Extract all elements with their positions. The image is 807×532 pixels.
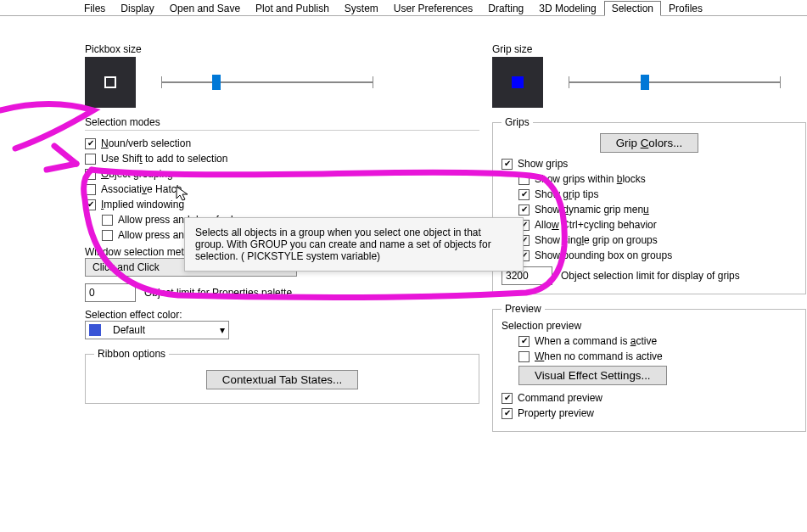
preview-group: Preview Selection preview When a command… bbox=[492, 303, 806, 432]
chk-grip-tips[interactable] bbox=[518, 189, 530, 200]
lbl-cmd-active: When a command is active bbox=[535, 335, 657, 347]
sel-color-value: Default bbox=[113, 324, 145, 336]
tab-profiles[interactable]: Profiles bbox=[661, 1, 710, 16]
obj-limit-input[interactable] bbox=[85, 283, 136, 302]
grip-size-slider[interactable] bbox=[569, 73, 781, 92]
chk-grips-blocks[interactable] bbox=[518, 174, 530, 185]
grips-group: Grips Grip Colors... Show grips Show gri… bbox=[492, 116, 806, 294]
lbl-cmd-preview: Command preview bbox=[518, 392, 602, 404]
lbl-grips-blocks: Show grips within blocks bbox=[535, 173, 646, 185]
lbl-ctrl-cycle: Allow Ctrl+cycling behavior bbox=[535, 219, 657, 231]
tab-plot-publish[interactable]: Plot and Publish bbox=[248, 1, 337, 16]
tab-drafting[interactable]: Drafting bbox=[480, 1, 531, 16]
pickbox-size-label: Pickbox size bbox=[85, 43, 479, 55]
lbl-implied-window: Implied windowing bbox=[101, 199, 184, 210]
lbl-bbox-groups: Show bounding box on groups bbox=[535, 249, 672, 261]
tab-open-save[interactable]: Open and Save bbox=[162, 1, 248, 16]
chk-noun-verb[interactable] bbox=[85, 138, 96, 149]
selection-modes-label: Selection modes bbox=[85, 116, 479, 128]
lbl-noun-verb: Noun/verb selection bbox=[101, 137, 191, 149]
lbl-object-grouping: Object grouping bbox=[101, 168, 173, 180]
grips-label: Grips bbox=[502, 116, 533, 128]
contextual-tab-states-button[interactable]: Contextual Tab States... bbox=[206, 370, 358, 389]
lbl-show-grips: Show grips bbox=[518, 158, 568, 170]
chk-prop-preview[interactable] bbox=[502, 408, 513, 419]
grip-colors-button[interactable]: Grip Colors... bbox=[600, 133, 699, 153]
tooltip-text: Selects all objects in a group when you … bbox=[195, 227, 491, 262]
chk-assoc-hatch[interactable] bbox=[85, 184, 96, 195]
lbl-dyn-menu: Show dynamic grip menu bbox=[535, 204, 649, 216]
grip-limit-label: Object selection limit for display of gr… bbox=[561, 270, 740, 282]
lbl-grip-tips: Show grip tips bbox=[535, 188, 598, 200]
chk-show-grips[interactable] bbox=[502, 159, 513, 170]
obj-limit-label: Object limit for Properties palette bbox=[144, 287, 292, 299]
tab-files[interactable]: Files bbox=[76, 1, 113, 16]
tooltip-object-grouping: Selects all objects in a group when you … bbox=[184, 217, 524, 272]
lbl-prop-preview: Property preview bbox=[518, 407, 594, 419]
tab-system[interactable]: System bbox=[337, 1, 386, 16]
tab-display[interactable]: Display bbox=[113, 1, 161, 16]
sel-preview-label: Selection preview bbox=[502, 320, 797, 332]
pickbox-size-slider[interactable] bbox=[161, 73, 373, 92]
preview-label: Preview bbox=[502, 303, 545, 315]
chk-implied-window[interactable] bbox=[85, 199, 96, 210]
sel-color-label: Selection effect color: bbox=[85, 309, 479, 321]
chk-cmd-active[interactable] bbox=[518, 336, 530, 347]
chk-shift-add[interactable] bbox=[85, 154, 96, 165]
lbl-shift-add: Use Shift to add to selection bbox=[101, 153, 227, 165]
tab-selection[interactable]: Selection bbox=[604, 1, 661, 16]
ribbon-options-group: Ribbon options Contextual Tab States... bbox=[85, 348, 479, 404]
chk-object-grouping[interactable] bbox=[85, 169, 96, 180]
visual-effect-settings-button[interactable]: Visual Effect Settings... bbox=[518, 366, 667, 385]
chk-dyn-menu[interactable] bbox=[518, 204, 530, 216]
lbl-no-cmd: When no command is active bbox=[535, 350, 663, 362]
tab-3d-modeling[interactable]: 3D Modeling bbox=[531, 1, 603, 16]
pickbox-preview bbox=[85, 57, 136, 108]
chevron-down-icon: ▾ bbox=[220, 324, 225, 336]
tab-user-prefs[interactable]: User Preferences bbox=[386, 1, 480, 16]
lbl-assoc-hatch: Associative Hatch bbox=[101, 183, 182, 195]
grip-preview bbox=[492, 57, 543, 108]
chk-allow-press2[interactable] bbox=[102, 230, 113, 241]
sel-color-select[interactable]: Default ▾ bbox=[85, 321, 229, 339]
grip-size-label: Grip size bbox=[492, 43, 806, 55]
color-swatch-icon bbox=[89, 324, 101, 336]
chk-no-cmd[interactable] bbox=[518, 351, 530, 362]
chk-cmd-preview[interactable] bbox=[502, 393, 513, 404]
ribbon-options-label: Ribbon options bbox=[94, 348, 169, 360]
chk-allow-press1[interactable] bbox=[102, 215, 113, 226]
tab-strip: Files Display Open and Save Plot and Pub… bbox=[0, 0, 807, 16]
lbl-single-grip: Show single grip on groups bbox=[535, 234, 658, 246]
